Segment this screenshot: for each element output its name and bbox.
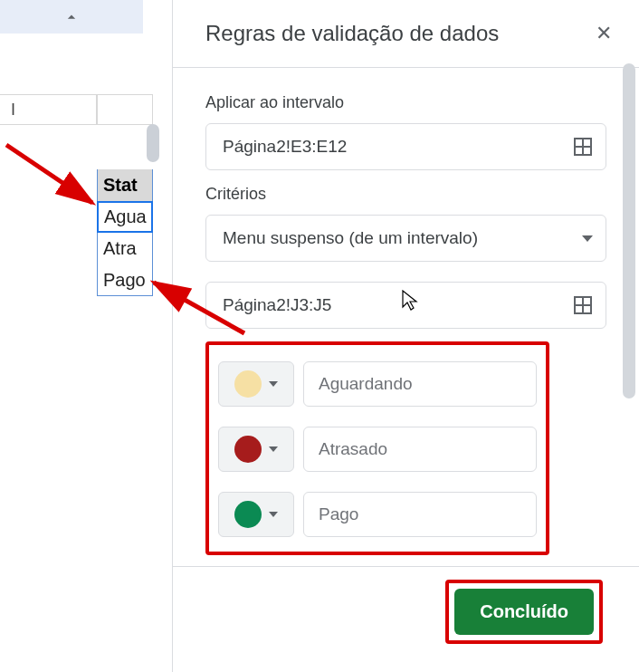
criteria-dropdown[interactable]: Menu suspenso (de um intervalo) <box>205 215 606 262</box>
cell-row-3[interactable]: Pago <box>97 264 153 296</box>
column-header-J[interactable] <box>97 94 153 125</box>
chevron-up-icon <box>62 8 81 26</box>
option-color-1[interactable] <box>218 361 294 407</box>
option-color-2[interactable] <box>218 427 294 472</box>
grid-icon <box>572 294 594 316</box>
chevron-down-icon <box>269 381 278 387</box>
spreadsheet-fragment: I Stat Agua Atra Pago <box>0 0 163 672</box>
done-button[interactable]: Concluído <box>454 589 594 635</box>
select-source-range-button[interactable] <box>564 286 602 324</box>
panel-title: Regras de validação de dados <box>205 21 499 46</box>
apply-range-value: Página2!E3:E12 <box>223 137 564 157</box>
option-label-2[interactable]: Atrasado <box>303 427 537 472</box>
option-row-1: Aguardando <box>218 361 537 407</box>
panel-scrollbar[interactable] <box>623 63 635 398</box>
select-range-button[interactable] <box>564 128 602 166</box>
option-label-3[interactable]: Pago <box>303 492 537 537</box>
source-range-value: Página2!J3:J5 <box>223 295 564 315</box>
option-color-3[interactable] <box>218 492 294 537</box>
collapse-toggle[interactable] <box>0 0 143 34</box>
chevron-down-icon <box>269 446 278 452</box>
grid-icon <box>572 136 594 158</box>
criteria-value: Menu suspenso (de um intervalo) <box>223 228 582 248</box>
cell-row-2[interactable]: Atra <box>97 233 153 264</box>
source-range-field[interactable]: Página2!J3:J5 <box>205 282 606 329</box>
option-row-2: Atrasado <box>218 427 537 472</box>
close-button[interactable]: ✕ <box>590 16 617 51</box>
done-highlight-box: Concluído <box>445 580 603 644</box>
criteria-label: Critérios <box>205 185 606 204</box>
mini-scrollbar[interactable] <box>147 124 159 162</box>
status-header-cell[interactable]: Stat <box>97 169 153 201</box>
color-swatch-icon <box>234 501 262 528</box>
chevron-down-icon <box>269 512 278 517</box>
divider <box>173 566 639 567</box>
column-header-I[interactable]: I <box>0 94 97 125</box>
option-row-3: Pago <box>218 492 537 537</box>
cell-row-1[interactable]: Agua <box>97 201 153 233</box>
apply-range-field[interactable]: Página2!E3:E12 <box>205 123 606 170</box>
color-swatch-icon <box>234 370 262 398</box>
close-icon: ✕ <box>596 22 612 44</box>
option-label-1[interactable]: Aguardando <box>303 361 537 407</box>
apply-range-label: Aplicar ao intervalo <box>205 93 606 112</box>
data-validation-panel: Regras de validação de dados ✕ Aplicar a… <box>172 0 639 672</box>
dropdown-options-box: Aguardando Atrasado Pago <box>205 341 549 555</box>
color-swatch-icon <box>234 436 262 463</box>
chevron-down-icon <box>582 235 593 242</box>
